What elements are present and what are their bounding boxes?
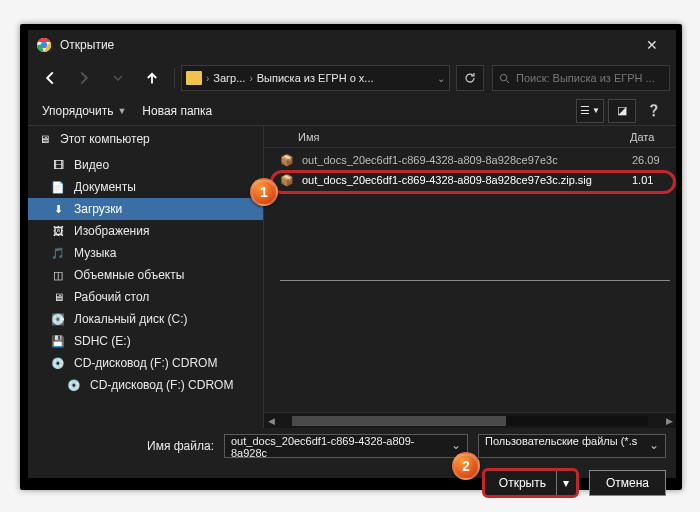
view-mode-button[interactable]: ☰ ▼ (576, 99, 604, 123)
chrome-icon (36, 37, 52, 53)
sidebar: 🖥 Этот компьютер 🎞Видео 📄Документы ⬇Загр… (28, 126, 264, 428)
cd-icon: 💿 (50, 356, 66, 370)
filename-input[interactable]: out_docs_20ec6df1-c869-4328-a809-8a928c (224, 434, 468, 458)
search-icon (499, 73, 510, 84)
sidebar-item[interactable]: 📄Документы (28, 176, 263, 198)
sidebar-this-pc[interactable]: 🖥 Этот компьютер (28, 128, 263, 150)
search-placeholder: Поиск: Выписка из ЕГРН ... (516, 72, 655, 84)
address-bar[interactable]: › Загр... › Выписка из ЕГРН о х... ⌄ (181, 65, 450, 91)
col-date[interactable]: Дата (630, 131, 676, 143)
help-button[interactable]: ❔ (640, 99, 668, 123)
column-header-row: Имя Дата (264, 126, 676, 148)
annotation-callout-1: 1 (250, 178, 278, 206)
objects3d-icon: ◫ (50, 268, 66, 282)
sidebar-item[interactable]: 🎞Видео (28, 154, 263, 176)
file-pane: Имя Дата 📦 out_docs_20ec6df1-c869-4328-a… (264, 126, 676, 428)
refresh-button[interactable] (456, 65, 484, 91)
sidebar-item[interactable]: 💽Локальный диск (C:) (28, 308, 263, 330)
file-row[interactable]: 📦 out_docs_20ec6df1-c869-4328-a809-8a928… (264, 150, 676, 170)
video-icon: 🎞 (50, 158, 66, 172)
sidebar-item-label: CD-дисковод (F:) CDROM (74, 356, 217, 370)
sidebar-item[interactable]: 💿CD-дисковод (F:) CDROM (28, 352, 263, 374)
close-button[interactable]: ✕ (632, 30, 672, 60)
sidebar-item-label: Видео (74, 158, 109, 172)
sidebar-item-label: SDHC (E:) (74, 334, 131, 348)
sidebar-item[interactable]: 💾SDHC (E:) (28, 330, 263, 352)
new-folder-button[interactable]: Новая папка (136, 102, 218, 120)
documents-icon: 📄 (50, 180, 66, 194)
dialog-title: Открытие (60, 38, 632, 52)
sd-icon: 💾 (50, 334, 66, 348)
chevron-right-icon: › (249, 73, 252, 84)
file-type-select[interactable]: Пользовательские файлы (*.s (478, 434, 666, 458)
nav-row: › Загр... › Выписка из ЕГРН о х... ⌄ Пои… (28, 60, 676, 96)
sidebar-item[interactable]: 💿CD-дисковод (F:) CDROM (28, 374, 263, 396)
file-open-dialog: Открытие ✕ › Загр... › Выписка из ЕГРН о… (28, 30, 676, 478)
horizontal-scrollbar[interactable]: ◀ ▶ (264, 412, 676, 428)
file-icon: 📦 (280, 174, 294, 187)
disk-icon: 💽 (50, 312, 66, 326)
open-button[interactable]: Открыть ▾ (482, 468, 579, 498)
file-icon: 📦 (280, 154, 294, 167)
cd-icon: 💿 (66, 378, 82, 392)
chevron-down-icon[interactable]: ⌄ (437, 73, 445, 84)
footer: Имя файла: out_docs_20ec6df1-c869-4328-a… (28, 428, 676, 508)
cancel-button[interactable]: Отмена (589, 470, 666, 496)
back-button[interactable] (34, 64, 66, 92)
file-date: 26.09 (632, 154, 676, 166)
file-name: out_docs_20ec6df1-c869-4328-a809-8a928ce… (294, 154, 632, 166)
sidebar-item[interactable]: 🖼Изображения (28, 220, 263, 242)
sidebar-item-label: CD-дисковод (F:) CDROM (90, 378, 233, 392)
folder-icon (186, 71, 202, 85)
sidebar-item[interactable]: ◫Объемные объекты (28, 264, 263, 286)
titlebar: Открытие ✕ (28, 30, 676, 60)
downloads-icon: ⬇ (50, 202, 66, 216)
sidebar-item-label: Загрузки (74, 202, 122, 216)
toolbar: Упорядочить▼ Новая папка ☰ ▼ ◪ ❔ (28, 96, 676, 126)
recent-dropdown[interactable] (102, 64, 134, 92)
sidebar-item[interactable]: 🎵Музыка (28, 242, 263, 264)
breadcrumb-seg[interactable]: Загр... (213, 72, 245, 84)
file-date: 1.01 (632, 174, 676, 186)
file-list: 📦 out_docs_20ec6df1-c869-4328-a809-8a928… (264, 148, 676, 412)
chevron-right-icon: › (206, 73, 209, 84)
forward-button[interactable] (68, 64, 100, 92)
sidebar-item-label: Локальный диск (C:) (74, 312, 188, 326)
organize-menu[interactable]: Упорядочить▼ (36, 102, 132, 120)
file-row-selected[interactable]: 📦 out_docs_20ec6df1-c869-4328-a809-8a928… (264, 170, 676, 190)
annotation-callout-2: 2 (452, 452, 480, 480)
desktop-icon: 🖥 (50, 290, 66, 304)
sidebar-item-label: Музыка (74, 246, 116, 260)
filename-label: Имя файла: (38, 439, 214, 453)
preview-pane-button[interactable]: ◪ (608, 99, 636, 123)
up-button[interactable] (136, 64, 168, 92)
search-input[interactable]: Поиск: Выписка из ЕГРН ... (492, 65, 670, 91)
pictures-icon: 🖼 (50, 224, 66, 238)
music-icon: 🎵 (50, 246, 66, 260)
pc-icon: 🖥 (36, 132, 52, 146)
sidebar-item[interactable]: 🖥Рабочий стол (28, 286, 263, 308)
file-name: out_docs_20ec6df1-c869-4328-a809-8a928ce… (294, 174, 632, 186)
sidebar-item-label: Документы (74, 180, 136, 194)
sidebar-item-label: Изображения (74, 224, 149, 238)
open-dropdown[interactable]: ▾ (556, 471, 576, 495)
col-name[interactable]: Имя (274, 131, 630, 143)
sidebar-item-label: Объемные объекты (74, 268, 184, 282)
svg-point-2 (500, 74, 506, 80)
breadcrumb-seg[interactable]: Выписка из ЕГРН о х... (257, 72, 374, 84)
sidebar-item-downloads[interactable]: ⬇Загрузки (28, 198, 263, 220)
sidebar-item-label: Рабочий стол (74, 290, 149, 304)
